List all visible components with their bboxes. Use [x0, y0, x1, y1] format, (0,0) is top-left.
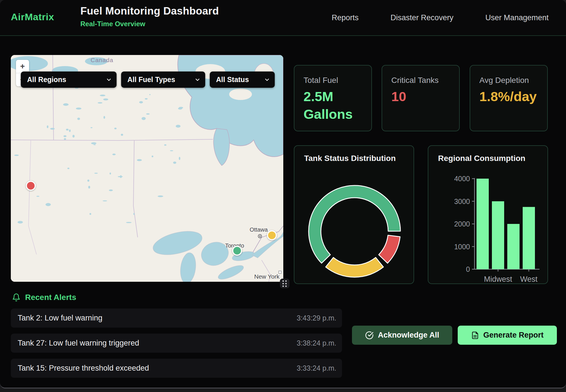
- bar-chart: 01000200030004000MidwestWest: [428, 146, 547, 283]
- map-canvas[interactable]: Canada Ottawa Toronto New York + − All R…: [11, 55, 283, 282]
- nav-item-user-management[interactable]: User Management: [485, 13, 549, 22]
- drag-handle-icon[interactable]: [280, 279, 290, 288]
- svg-text:0: 0: [466, 265, 470, 273]
- svg-text:4000: 4000: [454, 175, 470, 183]
- alert-message: Tank 2: Low fuel warning: [18, 314, 102, 322]
- nav-item-disaster-recovery[interactable]: Disaster Recovery: [390, 13, 453, 22]
- alert-message: Tank 15: Pressure threshold exceeded: [18, 364, 149, 373]
- alerts-header: Recent Alerts: [12, 293, 76, 302]
- status-filter-dropdown[interactable]: All Status: [210, 72, 275, 88]
- alert-row[interactable]: Tank 15: Pressure threshold exceeded 3:3…: [11, 359, 342, 378]
- svg-text:West: West: [520, 275, 538, 283]
- alert-row[interactable]: Tank 27: Low fuel warning triggered 3:38…: [11, 334, 342, 353]
- tank-status-panel: Tank Status Distribution: [294, 145, 414, 284]
- top-header: AirMatrix Fuel Monitoring Dashboard Real…: [0, 0, 566, 36]
- stat-card-avg-depletion: Avg Depletion 1.8%/day: [470, 65, 548, 131]
- bar-2: [507, 224, 520, 269]
- dashboard-window: AirMatrix Fuel Monitoring Dashboard Real…: [0, 0, 566, 388]
- status-filter-value: All Status: [216, 75, 249, 84]
- stat-label: Total Fuel: [304, 76, 363, 85]
- bar-0: [477, 179, 489, 269]
- bar-1: [492, 201, 504, 270]
- chevron-down-icon: [264, 77, 270, 83]
- generate-report-button[interactable]: Generate Report: [458, 326, 557, 345]
- title-block: Fuel Monitoring Dashboard Real-Time Over…: [80, 5, 219, 28]
- stat-value: 1.8%/day: [479, 88, 539, 105]
- alert-list: Tank 2: Low fuel warning 3:43:29 p.m. Ta…: [11, 309, 342, 384]
- map-country-label: Canada: [91, 57, 113, 64]
- map-city-label-ottawa: Ottawa: [250, 226, 268, 233]
- alert-timestamp: 3:38:24 p.m.: [297, 339, 336, 347]
- nav-item-reports[interactable]: Reports: [332, 13, 359, 22]
- donut-segment-warning: [326, 258, 384, 277]
- brand-logo: AirMatrix: [11, 11, 54, 23]
- regional-consumption-panel: Regional Consumption 01000200030004000Mi…: [428, 145, 548, 284]
- page-title: Fuel Monitoring Dashboard: [80, 5, 219, 17]
- svg-text:1000: 1000: [454, 243, 470, 251]
- svg-text:3000: 3000: [454, 197, 470, 205]
- bar-3: [523, 207, 535, 269]
- chevron-down-icon: [106, 77, 112, 83]
- map-marker-normal[interactable]: [232, 246, 242, 256]
- map-filter-bar: All Regions All Fuel Types All Status: [21, 72, 275, 88]
- alert-timestamp: 3:43:29 p.m.: [297, 314, 336, 322]
- check-circle-icon: [365, 331, 374, 340]
- capital-target-icon: [258, 234, 262, 238]
- alert-timestamp: 3:33:24 p.m.: [297, 364, 336, 372]
- stat-label: Avg Depletion: [479, 76, 539, 85]
- stat-value: 10: [391, 88, 451, 105]
- region-filter-dropdown[interactable]: All Regions: [21, 72, 117, 88]
- bell-icon: [12, 293, 21, 302]
- generate-report-label: Generate Report: [483, 331, 544, 340]
- page-subtitle: Real-Time Overview: [80, 20, 219, 28]
- map-marker-critical[interactable]: [26, 181, 36, 191]
- donut-segment-critical: [379, 235, 400, 263]
- zoom-in-button[interactable]: +: [16, 60, 29, 73]
- map-marker-warning[interactable]: [267, 230, 277, 240]
- alert-row[interactable]: Tank 2: Low fuel warning 3:43:29 p.m.: [11, 309, 342, 328]
- acknowledge-all-button[interactable]: Acknowledge All: [352, 326, 452, 345]
- chevron-down-icon: [194, 77, 201, 83]
- main-nav: Reports Disaster Recovery User Managemen…: [332, 0, 549, 35]
- fuel-type-filter-value: All Fuel Types: [127, 75, 175, 84]
- stat-label: Critical Tanks: [391, 76, 451, 85]
- map-city-label-new-york: New York: [254, 273, 280, 280]
- fuel-type-filter-dropdown[interactable]: All Fuel Types: [121, 72, 205, 88]
- stat-card-critical-tanks: Critical Tanks 10: [382, 65, 460, 131]
- svg-text:Midwest: Midwest: [484, 275, 512, 283]
- file-text-icon: [471, 331, 479, 339]
- svg-text:2000: 2000: [454, 220, 470, 228]
- acknowledge-all-label: Acknowledge All: [378, 331, 439, 340]
- region-filter-value: All Regions: [27, 75, 66, 84]
- stat-card-total-fuel: Total Fuel 2.5M Gallons: [294, 65, 372, 131]
- donut-chart: [294, 146, 414, 283]
- alerts-title: Recent Alerts: [25, 293, 76, 302]
- stat-value: 2.5M Gallons: [304, 88, 363, 123]
- alert-message: Tank 27: Low fuel warning triggered: [18, 339, 139, 348]
